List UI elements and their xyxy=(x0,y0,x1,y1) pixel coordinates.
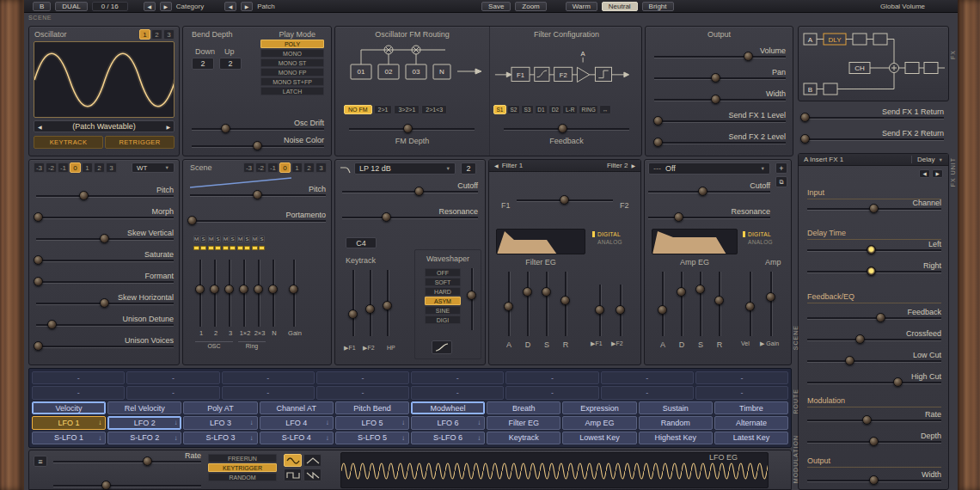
filter-eg-sustain-slider[interactable] xyxy=(542,272,552,336)
slider-knob[interactable] xyxy=(289,285,298,294)
portamento-slider[interactable]: Portamento xyxy=(190,211,326,225)
tab-fx[interactable]: FX xyxy=(950,50,956,59)
trigger-freerun[interactable]: FREERUN xyxy=(208,454,277,462)
slider-knob[interactable] xyxy=(34,277,43,286)
mute-solo-ring12[interactable]: MS xyxy=(237,236,250,242)
fx-feedback-slider[interactable]: Feedback xyxy=(807,309,941,322)
filter-eg-attack-slider[interactable] xyxy=(505,272,514,336)
slider-knob[interactable] xyxy=(253,141,262,150)
arrow-down-icon[interactable]: ↓ xyxy=(250,434,254,442)
mod-source-slfo2[interactable]: S-LFO 2↓ xyxy=(107,432,181,444)
mod-source-modwheel[interactable]: Modwheel xyxy=(411,401,485,414)
slider-knob[interactable] xyxy=(34,212,43,222)
slider-knob[interactable] xyxy=(745,302,755,311)
slider-knob[interactable] xyxy=(595,305,604,315)
fx-crossfeed-slider[interactable]: Crossfeed xyxy=(807,330,941,344)
waveshaper-curve-icon[interactable] xyxy=(432,340,452,354)
mod-slot[interactable]: - xyxy=(505,371,598,384)
mod-source-slfo6[interactable]: S-LFO 6↓ xyxy=(411,432,485,444)
eg-to-f2-slider[interactable] xyxy=(616,285,626,336)
scene-octave-1[interactable]: 1 xyxy=(291,162,303,173)
fx-prev-icon[interactable]: ◀ xyxy=(919,169,930,178)
bend-down-value[interactable]: 2 xyxy=(192,58,214,70)
fcfg-opt-d2[interactable]: D2 xyxy=(548,105,561,114)
mod-source-timbre[interactable]: Timbre xyxy=(714,401,788,414)
slider-knob[interactable] xyxy=(616,305,625,315)
slider-knob[interactable] xyxy=(711,73,720,83)
wavetable-selector[interactable]: ◀ (Patch Wavetable) ▶ xyxy=(34,120,175,132)
shape-soft[interactable]: SOFT xyxy=(425,278,461,286)
trigger-random[interactable]: RANDOM xyxy=(208,473,277,481)
slider-knob[interactable] xyxy=(224,285,234,294)
fcfg-opt-s1[interactable]: S1 xyxy=(493,105,506,114)
tab-fx-unit[interactable]: FX UNIT xyxy=(950,157,956,187)
send-fx2-level-slider[interactable]: Send FX 2 Level xyxy=(654,133,786,147)
category-prev-icon[interactable]: ◀ xyxy=(144,2,156,11)
amp-eg-mode-digital[interactable]: DIGITAL xyxy=(743,231,773,237)
mod-source-sustain[interactable]: Sustain xyxy=(639,401,713,414)
route-led-osc2[interactable] xyxy=(208,246,221,250)
slider-knob[interactable] xyxy=(560,296,570,305)
send-fx1-return-slider[interactable]: Send FX 1 Return xyxy=(803,108,944,122)
slider-knob[interactable] xyxy=(869,437,879,446)
lfo-shape-triangle[interactable] xyxy=(303,454,322,467)
fcfg-opt-wide[interactable]: ↔ xyxy=(599,105,611,114)
slider-knob[interactable] xyxy=(862,415,872,425)
arrow-down-icon[interactable]: ↓ xyxy=(401,434,405,442)
lfo-shape-sine[interactable] xyxy=(284,454,302,467)
slider-knob[interactable] xyxy=(698,187,707,196)
solo-button[interactable]: S xyxy=(215,236,221,242)
mod-source-poly-at[interactable]: Poly AT xyxy=(183,401,257,414)
route-led-osc1[interactable] xyxy=(193,246,206,250)
fx-highcut-slider[interactable]: High Cut xyxy=(807,373,941,387)
amp-eg-mode-toggle[interactable]: DIGITAL ANALOG xyxy=(743,231,773,245)
skin-neutral-button[interactable]: Neutral xyxy=(602,2,638,11)
fx-lowcut-slider[interactable]: Low Cut xyxy=(807,352,941,365)
mod-slot[interactable]: - xyxy=(32,371,125,384)
slider-knob[interactable] xyxy=(766,292,775,302)
scene-octave-m1[interactable]: -1 xyxy=(267,162,279,173)
slider-knob[interactable] xyxy=(658,305,667,315)
tab-scene[interactable]: SCENE xyxy=(793,325,799,350)
lfo-eg-label[interactable]: LFO EG xyxy=(707,453,740,462)
filter-eg-mode-toggle[interactable]: DIGITAL ANALOG xyxy=(592,231,622,245)
route-led-osc3[interactable] xyxy=(223,246,236,250)
octave-1[interactable]: 1 xyxy=(82,162,93,173)
slider-knob[interactable] xyxy=(382,212,391,222)
slider-knob[interactable] xyxy=(348,309,358,319)
mod-source-breath[interactable]: Breath xyxy=(487,401,560,414)
route-led-ring23[interactable] xyxy=(252,246,265,250)
mixer-osc1-slider[interactable] xyxy=(196,260,205,327)
tab-modulation[interactable]: MODULATION xyxy=(793,435,799,483)
solo-button[interactable]: S xyxy=(230,236,236,242)
mod-slot[interactable]: - xyxy=(695,371,788,384)
skew-vertical-slider[interactable]: Skew Vertical xyxy=(36,230,174,243)
keytrack-slider-1[interactable] xyxy=(349,270,358,336)
arrow-down-icon[interactable]: ↓ xyxy=(174,419,177,426)
slider-knob[interactable] xyxy=(365,304,375,314)
play-mode-poly[interactable]: POLY xyxy=(260,40,324,48)
mixer-ring12-slider[interactable] xyxy=(240,260,249,327)
mod-source-lfo2[interactable]: LFO 2↓ xyxy=(107,416,181,429)
slider-knob[interactable] xyxy=(855,334,865,344)
mod-slot[interactable]: - xyxy=(316,371,409,384)
skin-warm-button[interactable]: Warm xyxy=(566,2,597,11)
feedback-slider[interactable] xyxy=(504,119,629,133)
route-f2-label[interactable]: ▶F2 xyxy=(363,345,375,352)
mute-button[interactable]: M xyxy=(208,236,214,242)
fx-left-slider[interactable]: Left xyxy=(807,241,941,254)
arrow-down-icon[interactable]: ↓ xyxy=(98,434,101,442)
osc-tab-1[interactable]: 1 xyxy=(139,29,150,40)
mod-source-random[interactable]: Random xyxy=(639,416,713,429)
fx-channel-slider[interactable]: Channel xyxy=(807,199,941,213)
play-mode-latch[interactable]: LATCH xyxy=(260,87,324,95)
mod-slot[interactable]: - xyxy=(126,386,219,399)
keytrack-slider-3[interactable] xyxy=(383,270,393,336)
slider-knob[interactable] xyxy=(653,138,663,147)
mute-solo-osc3[interactable]: MS xyxy=(223,236,236,242)
filter-eg-display[interactable] xyxy=(496,229,585,254)
slider-knob[interactable] xyxy=(893,377,903,387)
mod-source-lfo6[interactable]: LFO 6↓ xyxy=(411,416,485,429)
skin-bright-button[interactable]: Bright xyxy=(642,2,674,11)
lfo-rate-slider[interactable]: Rate xyxy=(53,452,201,466)
